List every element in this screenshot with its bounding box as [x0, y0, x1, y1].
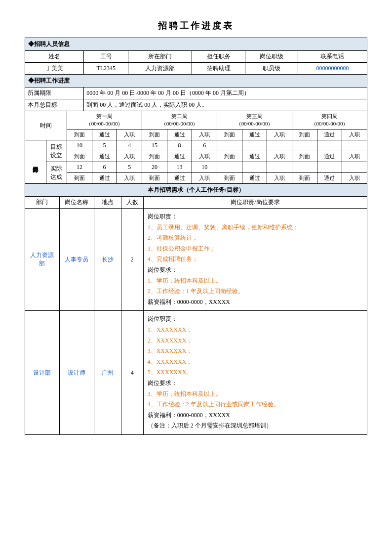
row1-desc-line2: 2、考勤核算统计； [148, 233, 363, 244]
row1-salary: 薪资福利：0000-0000，XXXXX [148, 297, 363, 308]
col-role: 担任职务 [192, 51, 245, 63]
col-count: 人数 [121, 197, 143, 209]
col-phone: 联系电话 [298, 51, 367, 63]
row1-desc-line4: 4、完成招聘任务； [148, 254, 363, 265]
w1-col3: 入职 [117, 129, 142, 140]
row2-desc-line4: 4、XXXXXXX； [148, 357, 363, 368]
sub2-w2-c1: 到面 [142, 173, 167, 184]
period-value: 0000 年 00 月 00 日-0000 年 00 月 00 日（0000 年… [84, 87, 367, 99]
sub-w2-c2: 通过 [167, 151, 192, 162]
sub2-w3-c2: 通过 [242, 173, 267, 184]
a-w2-c1: 20 [142, 162, 167, 173]
w2-col2: 通过 [167, 129, 192, 140]
sub-w1-c2: 通过 [92, 151, 117, 162]
sub2-w3-c1: 到面 [217, 173, 242, 184]
row2-desc-line3: 3、XXXXXXX； [148, 346, 363, 357]
sub2-w1-c2: 通过 [92, 173, 117, 184]
sub-w4-c2: 通过 [317, 151, 342, 162]
row2-count: 4 [121, 311, 143, 435]
row2-req-title: 岗位要求： [148, 378, 363, 389]
row2-req-line2: 4、工作经验：2 年及以上同行业或同岗工作经验。 [148, 399, 363, 410]
w1-col2: 通过 [92, 129, 117, 140]
employee-level: 职员级 [245, 63, 298, 75]
t-w3-c2 [242, 140, 267, 151]
time-header: 时间 [25, 111, 67, 140]
page-title: 招聘工作进度表 [25, 20, 367, 32]
sub2-w1-c3: 入职 [117, 173, 142, 184]
a-w1-c1: 12 [67, 162, 92, 173]
row2-desc-title1: 岗位职责： [148, 314, 363, 325]
sub-w3-c3: 入职 [267, 151, 292, 162]
a-w1-c2: 6 [92, 162, 117, 173]
row2-location: 广州 [94, 311, 121, 435]
w2-col1: 到面 [142, 129, 167, 140]
row1-desc: 岗位职责： 1、员工录用、迁调、奖惩、离职手续，更新和维护系统； 2、考勤核算统… [143, 209, 367, 311]
monthly-target-value: 到面 00 人，通过面试 00 人，实际入职 00 人。 [84, 99, 367, 111]
employee-phone: 00000000000 [298, 63, 367, 75]
col-id: 工号 [84, 51, 128, 63]
week3-header: 第三周 （00/00-00/00） [217, 111, 292, 129]
row2-desc: 岗位职责： 1、XXXXXXX； 2、XXXXXXX； 3、XXXXXXX； 4… [143, 311, 367, 435]
a-w4-c3 [342, 162, 367, 173]
sub-w3-c2: 通过 [242, 151, 267, 162]
row2-desc-line1: 1、XXXXXXX； [148, 325, 363, 336]
week2-header: 第二周 （00/00-00/00） [142, 111, 217, 129]
w2-col3: 入职 [192, 129, 217, 140]
col-loc: 地点 [94, 197, 121, 209]
col-name: 姓名 [25, 51, 84, 63]
sub2-w3-c3: 入职 [267, 173, 292, 184]
row2-desc-line2: 2、XXXXXXX； [148, 336, 363, 346]
row1-req-line1: 1、学历：统招本科及以上。 [148, 276, 363, 287]
a-w3-c1 [217, 162, 242, 173]
row1-req-title: 岗位要求： [148, 265, 363, 276]
w4-col3: 入职 [342, 129, 367, 140]
sub-w1-c1: 到面 [67, 151, 92, 162]
section1-header: ◆招聘人员信息 [25, 38, 367, 51]
row2-desc-line5: 5、XXXXXXX。 [148, 367, 363, 378]
week4-header: 第四周 （00/00-00/00） [292, 111, 367, 129]
employee-role: 招聘助理 [192, 63, 245, 75]
section2-header: ◆招聘工作进度 [25, 75, 367, 87]
t-w2-c1: 15 [142, 140, 167, 151]
row1-desc-title1: 岗位职责： [148, 212, 363, 222]
w4-col2: 通过 [317, 129, 342, 140]
row1-dept: 人力资源部 [25, 209, 60, 311]
week1-header: 第一周 （00/00-00/00） [67, 111, 142, 129]
sub2-w2-c2: 通过 [167, 173, 192, 184]
a-w2-c2: 13 [167, 162, 192, 173]
t-w1-c2: 5 [92, 140, 117, 151]
sub-w2-c3: 入职 [192, 151, 217, 162]
sub2-w1-c1: 到面 [67, 173, 92, 184]
t-w1-c3: 4 [117, 140, 142, 151]
actual-label: 实际达成 [46, 162, 67, 184]
employee-id: TL2345 [84, 63, 128, 75]
sub-w1-c3: 入职 [117, 151, 142, 162]
w4-col1: 到面 [292, 129, 317, 140]
period-label: 所属期限 [25, 87, 84, 99]
t-w3-c3 [267, 140, 292, 151]
t-w4-c3 [342, 140, 367, 151]
row2-salary: 薪资福利：0000-0000，XXXXX [148, 410, 363, 421]
sub-w2-c1: 到面 [142, 151, 167, 162]
employee-dept: 人力资源部 [128, 63, 192, 75]
a-w3-c2 [242, 162, 267, 173]
col-dept: 所在部门 [128, 51, 192, 63]
row2-position: 设计师 [59, 311, 94, 435]
col-desc: 岗位职责/岗位要求 [143, 197, 367, 209]
a-w4-c2 [317, 162, 342, 173]
sub-w4-c1: 到面 [292, 151, 317, 162]
a-w2-c3: 10 [192, 162, 217, 173]
sub2-w2-c3: 入职 [192, 173, 217, 184]
sub2-w4-c1: 到面 [292, 173, 317, 184]
t-w4-c1 [292, 140, 317, 151]
employee-name: 丁美美 [25, 63, 84, 75]
sub2-w4-c2: 通过 [317, 173, 342, 184]
monthly-target-label: 本月总目标 [25, 99, 84, 111]
weekly-breakdown-label: 每周工作分解 [25, 140, 46, 184]
w3-col3: 入职 [267, 129, 292, 140]
col-dept: 部门 [25, 197, 60, 209]
t-w2-c3: 6 [192, 140, 217, 151]
row2-note: （备注：入职后 2 个月需安排在深圳总部培训） [148, 421, 363, 431]
t-w4-c2 [317, 140, 342, 151]
w3-col2: 通过 [242, 129, 267, 140]
